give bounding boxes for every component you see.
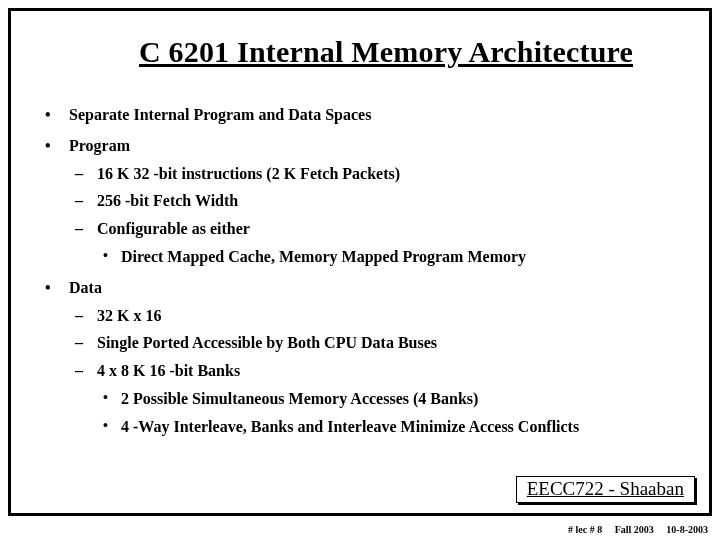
list-item: Single Ported Accessible by Both CPU Dat… (69, 331, 691, 356)
sublist: Direct Mapped Cache, Memory Mapped Progr… (97, 245, 691, 270)
slide-frame: C 6201 Internal Memory Architecture Sepa… (8, 8, 712, 516)
list-item: 32 K x 16 (69, 304, 691, 329)
sublist: 32 K x 16 Single Ported Accessible by Bo… (69, 304, 691, 440)
bullet-text: 16 K 32 -bit instructions (2 K Fetch Pac… (97, 165, 400, 182)
bullet-text: Data (69, 279, 102, 296)
bullet-text: 256 -bit Fetch Width (97, 192, 238, 209)
list-item: Configurable as either Direct Mapped Cac… (69, 217, 691, 270)
bullet-list: Separate Internal Program and Data Space… (41, 103, 691, 440)
footer-course-box: EECC722 - Shaaban (516, 476, 695, 503)
list-item: 256 -bit Fetch Width (69, 189, 691, 214)
bullet-text: Separate Internal Program and Data Space… (69, 106, 371, 123)
bullet-text: 4 x 8 K 16 -bit Banks (97, 362, 240, 379)
footer-term: Fall 2003 (615, 524, 654, 535)
footer-date: 10-8-2003 (666, 524, 708, 535)
list-item: Data 32 K x 16 Single Ported Accessible … (41, 276, 691, 440)
footer-course: EECC722 - Shaaban (527, 478, 684, 499)
bullet-text: 4 -Way Interleave, Banks and Interleave … (121, 418, 579, 435)
bullet-text: 2 Possible Simultaneous Memory Accesses … (121, 390, 478, 407)
bullet-text: Program (69, 137, 130, 154)
footer-meta: # lec # 8 Fall 2003 10-8-2003 (558, 524, 708, 535)
bullet-text: Configurable as either (97, 220, 250, 237)
bullet-text: Single Ported Accessible by Both CPU Dat… (97, 334, 437, 351)
list-item: Separate Internal Program and Data Space… (41, 103, 691, 128)
list-item: 2 Possible Simultaneous Memory Accesses … (97, 387, 691, 412)
bullet-text: 32 K x 16 (97, 307, 161, 324)
sublist: 16 K 32 -bit instructions (2 K Fetch Pac… (69, 162, 691, 270)
list-item: 4 -Way Interleave, Banks and Interleave … (97, 415, 691, 440)
bullet-text: Direct Mapped Cache, Memory Mapped Progr… (121, 248, 526, 265)
list-item: Program 16 K 32 -bit instructions (2 K F… (41, 134, 691, 270)
list-item: Direct Mapped Cache, Memory Mapped Progr… (97, 245, 691, 270)
list-item: 4 x 8 K 16 -bit Banks 2 Possible Simulta… (69, 359, 691, 439)
list-item: 16 K 32 -bit instructions (2 K Fetch Pac… (69, 162, 691, 187)
sublist: 2 Possible Simultaneous Memory Accesses … (97, 387, 691, 440)
slide-title: C 6201 Internal Memory Architecture (81, 35, 691, 69)
footer-slide: # lec # 8 (568, 524, 602, 535)
